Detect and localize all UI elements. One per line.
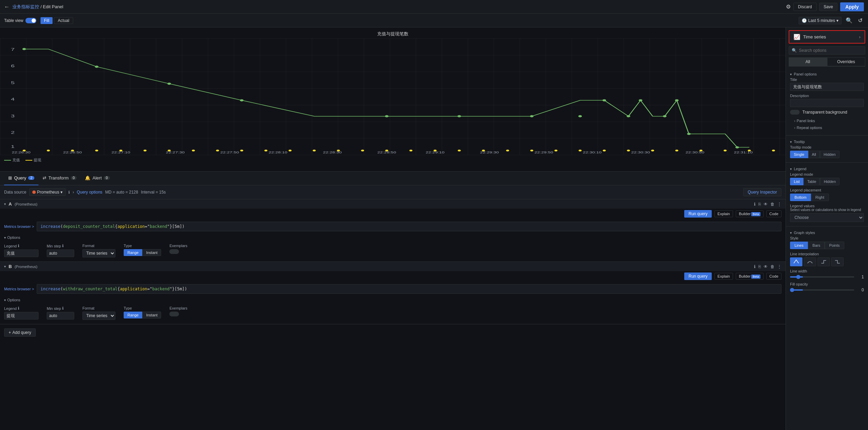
fill-button[interactable]: Fill [41,17,53,24]
overrides-tab[interactable]: Overrides [827,57,866,66]
min-step-a-info-icon[interactable]: ℹ [62,244,64,248]
zoom-icon[interactable]: 🔍 [844,16,854,24]
tab-alert[interactable]: 🔔 Alert 0 [81,172,114,185]
style-bars-btn[interactable]: Bars [808,242,825,249]
type-b-instant-btn[interactable]: Instant [142,312,161,318]
options-a-panel: Legend ℹ Min step ℹ Format [0,241,786,262]
main-layout: 充值与提现笔数 7 6 5 4 3 2 1 [0,27,868,430]
panel-options-header[interactable]: ▾ Panel options [786,69,868,78]
viz-selector[interactable]: 📈 Time series › [789,30,865,44]
explain-a-button[interactable]: Explain [714,210,733,217]
search-input[interactable] [799,48,862,53]
tooltip-header[interactable]: ▾ Tooltip [786,137,868,145]
options-a-toggle[interactable]: ▾ Options [0,234,786,241]
type-a-instant-btn[interactable]: Instant [142,249,161,256]
add-query-button[interactable]: + Add query [4,328,36,337]
legend-a-input[interactable] [4,249,38,257]
style-points-btn[interactable]: Points [825,242,844,249]
legend-b-input[interactable] [4,312,38,319]
query-b-more-icon[interactable]: ⋮ [777,264,781,269]
line-width-slider[interactable] [790,276,854,278]
legend-mode-list-btn[interactable]: List [790,178,803,185]
repeat-options-collapsible[interactable]: › Repeat options [790,124,864,131]
type-b-range-btn[interactable]: Range [124,312,142,318]
query-b-sub: (Prometheus) [14,265,37,269]
format-b-select[interactable]: Time series [82,312,115,320]
query-a-delete-icon[interactable]: 🗑 [770,202,775,207]
svg-point-13 [385,115,389,117]
refresh-icon[interactable]: ↺ [857,16,864,24]
fill-opacity-slider[interactable] [790,289,854,291]
builder-a-button[interactable]: BuilderBeta [736,210,764,217]
metrics-browser-b-link[interactable]: Metrics browser > [4,287,34,291]
options-b-toggle[interactable]: ▾ Options [0,297,786,303]
exemplars-b-toggle[interactable] [169,312,179,316]
legend-b-info-icon[interactable]: ℹ [18,306,19,311]
save-button[interactable]: Save [819,3,837,11]
explain-b-button[interactable]: Explain [714,273,733,280]
transparent-toggle[interactable] [790,110,800,115]
tab-query[interactable]: ⊞ Query 2 [4,172,38,185]
svg-point-57 [458,150,461,151]
query-b-code[interactable]: increase(withdraw_counter_total{applicat… [37,284,781,294]
tooltip-hidden-btn[interactable]: Hidden [820,151,839,158]
graph-styles-header[interactable]: ▾ Graph styles [786,228,868,236]
query-a-code[interactable]: increase(deposit_counter_total{applicati… [37,222,781,231]
min-step-b-info-icon[interactable]: ℹ [62,306,64,311]
legend-mode-hidden-btn[interactable]: Hidden [820,178,839,185]
code-a-button[interactable]: Code [766,210,781,217]
min-step-a-input[interactable] [47,249,74,257]
all-tab[interactable]: All [789,57,827,66]
style-lines-btn[interactable]: Lines [790,242,808,249]
back-icon[interactable]: ← [4,4,10,10]
query-b-header[interactable]: ▾ B (Prometheus) ℹ ⎘ 👁 🗑 ⋮ [0,262,786,271]
datasource-selector[interactable]: Prometheus ▾ [29,188,66,196]
format-a-select[interactable]: Time series [82,249,115,257]
datasource-info-icon[interactable]: ℹ [68,190,70,195]
legend-right-btn[interactable]: Right [811,194,829,201]
tooltip-mode-buttons: Single All Hidden [790,151,864,158]
interp-smooth-btn[interactable] [804,257,816,266]
breadcrumb-link[interactable]: 业务指标监控 [12,4,39,9]
legend-line-withdraw [25,160,32,161]
query-a-copy-icon[interactable]: ⎘ [758,202,761,207]
builder-b-button[interactable]: BuilderBeta [736,273,764,280]
legend-header[interactable]: ▾ Legend [786,164,868,172]
interp-step-after-btn[interactable] [831,257,844,266]
query-a-hide-icon[interactable]: 👁 [764,202,768,207]
query-options-label[interactable]: Query options [77,190,102,195]
table-view-toggle[interactable] [25,18,36,23]
query-inspector-button[interactable]: Query Inspector [743,188,781,196]
metrics-browser-a-link[interactable]: Metrics browser > [4,224,34,229]
run-query-b-button[interactable]: Run query [684,272,711,280]
legend-a-info-icon[interactable]: ℹ [18,244,19,248]
legend-mode-table-btn[interactable]: Table [803,178,820,185]
min-step-b-input[interactable] [47,312,74,319]
query-b-copy-icon[interactable]: ⎘ [758,264,761,269]
panel-links-collapsible[interactable]: › Panel links [790,117,864,124]
settings-icon[interactable]: ⚙ [786,3,791,10]
actual-button[interactable]: Actual [54,17,73,24]
interp-step-before-btn[interactable] [818,257,830,266]
type-a-range-btn[interactable]: Range [124,249,142,256]
query-b-delete-icon[interactable]: 🗑 [770,264,775,269]
query-a-more-icon[interactable]: ⋮ [777,202,781,207]
tooltip-single-btn[interactable]: Single [790,151,808,158]
tooltip-all-btn[interactable]: All [808,151,820,158]
apply-button[interactable]: Apply [840,2,864,11]
legend-bottom-btn[interactable]: Bottom [790,194,811,201]
time-range-picker[interactable]: 🕐 Last 5 minutes ▾ [799,17,842,24]
query-a-header[interactable]: ▾ A (Prometheus) ℹ ⎘ 👁 🗑 ⋮ [0,199,786,209]
legend-values-select[interactable]: Choose [790,213,864,222]
exemplars-a-toggle[interactable] [169,249,179,254]
code-b-button[interactable]: Code [766,273,781,280]
query-b-hide-icon[interactable]: 👁 [764,264,768,269]
query-b-info-icon[interactable]: ℹ [754,264,756,269]
title-field-input[interactable] [790,83,864,91]
query-a-info-icon[interactable]: ℹ [754,202,756,207]
discard-button[interactable]: Discard [793,3,816,11]
description-field-input[interactable] [790,99,864,107]
tab-transform[interactable]: ⇄ Transform 0 [38,172,81,185]
interp-linear-btn[interactable] [790,257,802,266]
run-query-a-button[interactable]: Run query [684,210,711,218]
